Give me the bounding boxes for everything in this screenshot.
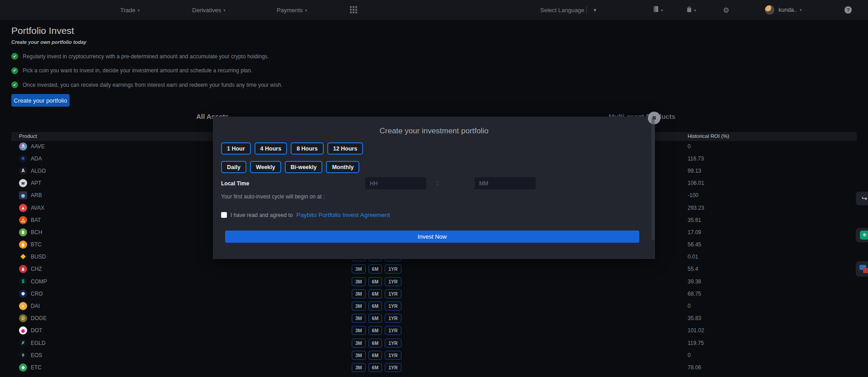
coin-icon-busd: ❖ [19,253,27,261]
term-button-6m[interactable]: 6M [368,326,382,335]
chevron-down-icon: ▾ [694,8,696,12]
nav-item-payments[interactable]: Payments▾ [277,7,307,14]
term-button-1yr[interactable]: 1YR [385,326,401,335]
chevron-down-icon: ▾ [661,8,663,12]
help-icon[interactable]: ? [844,6,852,14]
user-menu[interactable]: kunda.. ▾ [778,7,802,13]
nav-item-derivatives[interactable]: Derivatives▾ [192,7,226,14]
term-button-6m[interactable]: 6M [368,363,382,372]
term-button-6m[interactable]: 6M [368,302,382,311]
avatar[interactable] [765,5,774,15]
apps-grid-icon[interactable] [350,6,358,14]
feature-text: Once invested, you can receive daily ear… [23,82,283,88]
term-button-1yr[interactable]: 1YR [385,264,401,273]
term-button-6m[interactable]: 6M [368,289,382,298]
term-buttons: 3M6M1YR [352,314,401,323]
wallet-menu[interactable]: ▾ [653,6,663,14]
coin-name: CHZ [31,266,42,272]
term-button-3m[interactable]: 3M [352,277,366,286]
portfolio-invest-page: Trade▾Derivatives▾Payments▾ Select Langu… [0,0,868,377]
gear-icon[interactable]: ⚙ [723,6,729,14]
term-button-3m[interactable]: 3M [352,314,366,323]
frequency-option-bi-weekly[interactable]: Bi-weekly [285,161,323,173]
term-button-1yr[interactable]: 1YR [385,289,401,298]
table-row: ◉DOT3M6M1YR101.02 [11,325,857,337]
nav-item-trade[interactable]: Trade▾ [120,7,140,14]
frequency-option-daily[interactable]: Daily [221,161,246,173]
check-circle-icon: ✔ [11,81,18,88]
term-button-1yr[interactable]: 1YR [385,351,401,360]
interval-option-1-hour[interactable]: 1 Hour [221,142,251,155]
coin-name: CRO [31,291,43,297]
table-row: ♚CRO3M6M1YR68.75 [11,287,857,300]
coin-icon-apt: ≋ [19,179,27,187]
page-subtitle: Create your own portfolio today [11,39,86,45]
coin-icon-bat: △ [19,216,27,224]
chat-widget-button[interactable] [856,261,868,277]
term-button-1yr[interactable]: 1YR [385,277,401,286]
roi-value: 35.61 [688,217,701,223]
term-button-3m[interactable]: 3M [352,264,366,273]
agreement-checkbox[interactable] [221,212,227,218]
frequency-option-monthly[interactable]: Monthly [326,161,359,173]
hour-input[interactable] [365,177,426,189]
term-button-3m[interactable]: 3M [352,302,366,311]
coin-name: COMP [31,278,47,285]
term-button-3m[interactable]: 3M [352,289,366,298]
coin-icon-comp: $ [19,278,27,286]
coin-name: ADA [31,156,42,162]
term-button-1yr[interactable]: 1YR [385,302,401,311]
term-button-1yr[interactable]: 1YR [385,314,401,323]
coin-name: BCH [31,229,42,236]
interval-option-8-hours[interactable]: 8 Hours [291,142,324,155]
term-button-1yr[interactable]: 1YR [385,339,401,348]
feature-bullet: ✔Regularly invest in cryptocurrency with… [11,49,283,64]
coin-name: EGLD [31,340,46,346]
chevron-down-icon: ▾ [137,8,140,12]
term-buttons: 3M6M1YR [352,351,401,360]
assistant-widget-button[interactable]: ✳ [856,228,868,242]
share-widget-button[interactable]: ↪ [856,192,868,205]
roi-value: 55.4 [688,266,698,272]
coin-name: AVAX [31,205,44,211]
coin-icon-dai: ≡ [19,302,27,310]
bag-icon [686,6,692,14]
chevron-down-icon: ▾ [223,8,226,12]
modal-scrollbar[interactable] [651,118,655,240]
minute-input[interactable] [475,177,536,189]
chat-bubble-icon [863,268,868,273]
agreement-link[interactable]: Paybito Portfolio Invest Agreement [296,212,390,218]
feature-bullet: ✔Pick a coin you want to invest in, deci… [11,64,283,78]
coin-icon-chz: ⋔ [19,265,27,273]
term-button-6m[interactable]: 6M [368,351,382,360]
term-button-3m[interactable]: 3M [352,351,366,360]
language-caret-icon[interactable]: ▼ [593,8,597,13]
create-portfolio-modal: Create your investment portfolio 1 Hour4… [213,117,655,259]
term-button-6m[interactable]: 6M [368,264,382,273]
term-button-6m[interactable]: 6M [368,314,382,323]
invest-now-button[interactable]: Invest Now [225,231,639,243]
interval-options: 1 Hour4 Hours8 Hours12 Hours [221,142,363,155]
coin-icon-algo: A [19,167,27,175]
roi-value: 39.38 [688,278,701,285]
term-button-3m[interactable]: 3M [352,339,366,348]
frequency-option-weekly[interactable]: Weekly [250,161,281,173]
orders-menu[interactable]: ▾ [686,6,696,14]
term-button-1yr[interactable]: 1YR [385,363,401,372]
share-icon: ↪ [862,194,868,203]
coin-name: BTC [31,241,42,248]
term-button-6m[interactable]: 6M [368,339,382,348]
term-button-6m[interactable]: 6M [368,277,382,286]
create-portfolio-button[interactable]: Create your portfolio [11,94,70,107]
language-selector[interactable]: Select Language [540,7,585,14]
interval-option-4-hours[interactable]: 4 Hours [255,142,288,155]
username: kunda.. [778,7,797,13]
coin-name: ARB [31,192,42,198]
nav-item-label: Derivatives [192,7,221,14]
time-colon: : [437,180,438,186]
table-row: $COMP3M6M1YR39.38 [11,275,857,287]
term-button-3m[interactable]: 3M [352,326,366,335]
interval-option-12-hours[interactable]: 12 Hours [327,142,363,155]
roi-value: 293.23 [688,205,704,211]
term-button-3m[interactable]: 3M [352,363,366,372]
